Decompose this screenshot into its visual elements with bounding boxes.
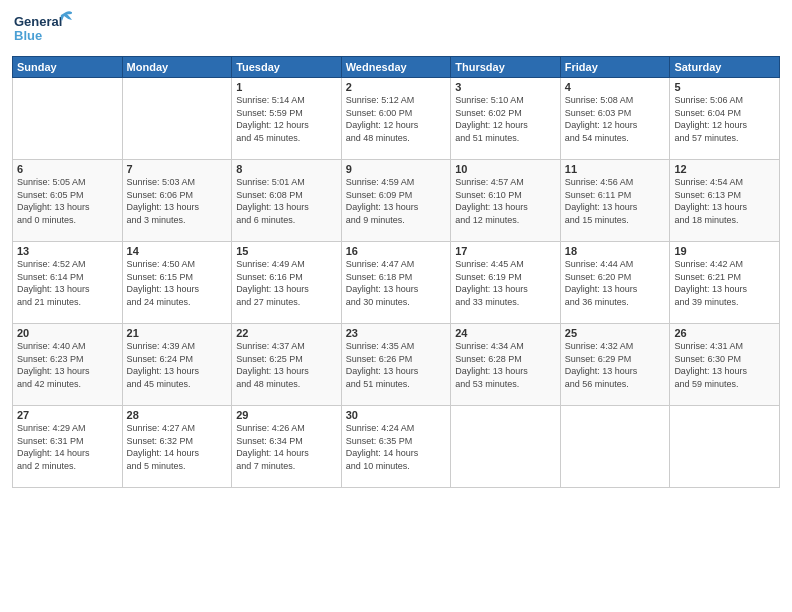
day-number: 16 [346,245,447,257]
cell-w3-d2: 14Sunrise: 4:50 AM Sunset: 6:15 PM Dayli… [122,242,232,324]
svg-text:General: General [14,14,62,29]
cell-w2-d7: 12Sunrise: 4:54 AM Sunset: 6:13 PM Dayli… [670,160,780,242]
day-info: Sunrise: 4:24 AM Sunset: 6:35 PM Dayligh… [346,422,447,472]
day-number: 21 [127,327,228,339]
day-info: Sunrise: 4:54 AM Sunset: 6:13 PM Dayligh… [674,176,775,226]
day-number: 2 [346,81,447,93]
day-number: 30 [346,409,447,421]
cell-w2-d3: 8Sunrise: 5:01 AM Sunset: 6:08 PM Daylig… [232,160,342,242]
cell-w2-d2: 7Sunrise: 5:03 AM Sunset: 6:06 PM Daylig… [122,160,232,242]
day-number: 23 [346,327,447,339]
week-row-5: 27Sunrise: 4:29 AM Sunset: 6:31 PM Dayli… [13,406,780,488]
day-info: Sunrise: 5:06 AM Sunset: 6:04 PM Dayligh… [674,94,775,144]
cell-w1-d3: 1Sunrise: 5:14 AM Sunset: 5:59 PM Daylig… [232,78,342,160]
day-info: Sunrise: 4:59 AM Sunset: 6:09 PM Dayligh… [346,176,447,226]
day-info: Sunrise: 4:49 AM Sunset: 6:16 PM Dayligh… [236,258,337,308]
cell-w3-d6: 18Sunrise: 4:44 AM Sunset: 6:20 PM Dayli… [560,242,670,324]
cell-w1-d7: 5Sunrise: 5:06 AM Sunset: 6:04 PM Daylig… [670,78,780,160]
logo: General Blue [12,10,72,50]
header-tuesday: Tuesday [232,57,342,78]
cell-w1-d1 [13,78,123,160]
day-number: 13 [17,245,118,257]
cell-w1-d5: 3Sunrise: 5:10 AM Sunset: 6:02 PM Daylig… [451,78,561,160]
day-info: Sunrise: 4:35 AM Sunset: 6:26 PM Dayligh… [346,340,447,390]
day-info: Sunrise: 4:26 AM Sunset: 6:34 PM Dayligh… [236,422,337,472]
day-info: Sunrise: 4:29 AM Sunset: 6:31 PM Dayligh… [17,422,118,472]
day-info: Sunrise: 4:39 AM Sunset: 6:24 PM Dayligh… [127,340,228,390]
day-number: 18 [565,245,666,257]
day-number: 7 [127,163,228,175]
cell-w5-d6 [560,406,670,488]
day-info: Sunrise: 4:27 AM Sunset: 6:32 PM Dayligh… [127,422,228,472]
day-number: 4 [565,81,666,93]
week-row-3: 13Sunrise: 4:52 AM Sunset: 6:14 PM Dayli… [13,242,780,324]
day-number: 6 [17,163,118,175]
cell-w5-d2: 28Sunrise: 4:27 AM Sunset: 6:32 PM Dayli… [122,406,232,488]
day-info: Sunrise: 4:57 AM Sunset: 6:10 PM Dayligh… [455,176,556,226]
day-number: 8 [236,163,337,175]
day-info: Sunrise: 4:42 AM Sunset: 6:21 PM Dayligh… [674,258,775,308]
week-row-2: 6Sunrise: 5:05 AM Sunset: 6:05 PM Daylig… [13,160,780,242]
cell-w5-d4: 30Sunrise: 4:24 AM Sunset: 6:35 PM Dayli… [341,406,451,488]
cell-w2-d4: 9Sunrise: 4:59 AM Sunset: 6:09 PM Daylig… [341,160,451,242]
cell-w3-d7: 19Sunrise: 4:42 AM Sunset: 6:21 PM Dayli… [670,242,780,324]
day-info: Sunrise: 5:05 AM Sunset: 6:05 PM Dayligh… [17,176,118,226]
cell-w4-d5: 24Sunrise: 4:34 AM Sunset: 6:28 PM Dayli… [451,324,561,406]
day-number: 25 [565,327,666,339]
header-friday: Friday [560,57,670,78]
day-number: 11 [565,163,666,175]
day-number: 27 [17,409,118,421]
weekday-row: SundayMondayTuesdayWednesdayThursdayFrid… [13,57,780,78]
day-number: 17 [455,245,556,257]
day-info: Sunrise: 4:34 AM Sunset: 6:28 PM Dayligh… [455,340,556,390]
day-number: 28 [127,409,228,421]
cell-w4-d2: 21Sunrise: 4:39 AM Sunset: 6:24 PM Dayli… [122,324,232,406]
cell-w5-d3: 29Sunrise: 4:26 AM Sunset: 6:34 PM Dayli… [232,406,342,488]
day-info: Sunrise: 5:12 AM Sunset: 6:00 PM Dayligh… [346,94,447,144]
logo-svg: General Blue [12,10,72,50]
week-row-1: 1Sunrise: 5:14 AM Sunset: 5:59 PM Daylig… [13,78,780,160]
day-number: 22 [236,327,337,339]
cell-w4-d4: 23Sunrise: 4:35 AM Sunset: 6:26 PM Dayli… [341,324,451,406]
day-number: 29 [236,409,337,421]
day-number: 1 [236,81,337,93]
day-number: 14 [127,245,228,257]
day-number: 3 [455,81,556,93]
day-info: Sunrise: 4:47 AM Sunset: 6:18 PM Dayligh… [346,258,447,308]
day-number: 24 [455,327,556,339]
cell-w5-d7 [670,406,780,488]
day-info: Sunrise: 5:03 AM Sunset: 6:06 PM Dayligh… [127,176,228,226]
day-info: Sunrise: 4:40 AM Sunset: 6:23 PM Dayligh… [17,340,118,390]
calendar: SundayMondayTuesdayWednesdayThursdayFrid… [12,56,780,488]
cell-w1-d2 [122,78,232,160]
header-monday: Monday [122,57,232,78]
cell-w3-d4: 16Sunrise: 4:47 AM Sunset: 6:18 PM Dayli… [341,242,451,324]
day-info: Sunrise: 4:32 AM Sunset: 6:29 PM Dayligh… [565,340,666,390]
day-info: Sunrise: 5:10 AM Sunset: 6:02 PM Dayligh… [455,94,556,144]
day-number: 26 [674,327,775,339]
day-info: Sunrise: 4:31 AM Sunset: 6:30 PM Dayligh… [674,340,775,390]
day-number: 20 [17,327,118,339]
cell-w3-d3: 15Sunrise: 4:49 AM Sunset: 6:16 PM Dayli… [232,242,342,324]
day-info: Sunrise: 5:01 AM Sunset: 6:08 PM Dayligh… [236,176,337,226]
day-info: Sunrise: 4:50 AM Sunset: 6:15 PM Dayligh… [127,258,228,308]
day-info: Sunrise: 4:44 AM Sunset: 6:20 PM Dayligh… [565,258,666,308]
day-info: Sunrise: 4:37 AM Sunset: 6:25 PM Dayligh… [236,340,337,390]
header: General Blue [12,10,780,50]
day-number: 5 [674,81,775,93]
cell-w4-d1: 20Sunrise: 4:40 AM Sunset: 6:23 PM Dayli… [13,324,123,406]
calendar-header: SundayMondayTuesdayWednesdayThursdayFrid… [13,57,780,78]
day-info: Sunrise: 4:52 AM Sunset: 6:14 PM Dayligh… [17,258,118,308]
cell-w1-d6: 4Sunrise: 5:08 AM Sunset: 6:03 PM Daylig… [560,78,670,160]
header-sunday: Sunday [13,57,123,78]
week-row-4: 20Sunrise: 4:40 AM Sunset: 6:23 PM Dayli… [13,324,780,406]
day-number: 12 [674,163,775,175]
cell-w1-d4: 2Sunrise: 5:12 AM Sunset: 6:00 PM Daylig… [341,78,451,160]
cell-w2-d6: 11Sunrise: 4:56 AM Sunset: 6:11 PM Dayli… [560,160,670,242]
cell-w4-d7: 26Sunrise: 4:31 AM Sunset: 6:30 PM Dayli… [670,324,780,406]
day-info: Sunrise: 4:45 AM Sunset: 6:19 PM Dayligh… [455,258,556,308]
cell-w5-d5 [451,406,561,488]
day-info: Sunrise: 5:08 AM Sunset: 6:03 PM Dayligh… [565,94,666,144]
day-number: 19 [674,245,775,257]
day-info: Sunrise: 4:56 AM Sunset: 6:11 PM Dayligh… [565,176,666,226]
